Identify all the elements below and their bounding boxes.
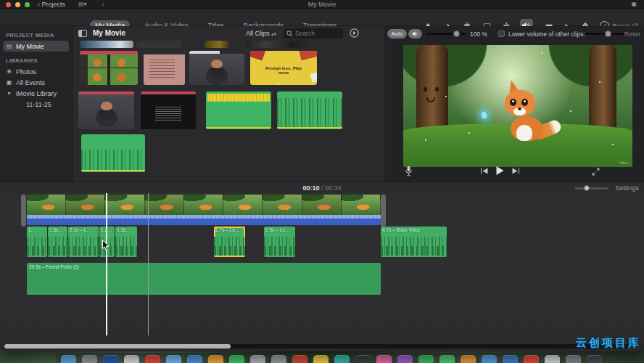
lower-volume-slider-knob[interactable] — [605, 30, 611, 37]
sidebar-toggle-icon[interactable] — [78, 30, 87, 37]
skip-forward-icon — [512, 168, 520, 174]
preview-viewer[interactable]: Veo — [403, 45, 632, 167]
media-thumbnail-strip-gold[interactable] — [205, 41, 229, 48]
audio-clip[interactable]: 2.6s – Lu… — [264, 227, 295, 257]
dock-app-icon[interactable] — [208, 355, 223, 363]
media-thumbnail-notes-doc[interactable] — [144, 51, 185, 85]
dock-app-icon[interactable] — [355, 355, 371, 363]
dock-app-icon[interactable] — [587, 355, 602, 363]
audio-clip[interactable]: 1.3s… — [115, 227, 137, 257]
sidebar-item-all-events[interactable]: ▣All Events — [3, 77, 69, 88]
fullscreen-button[interactable] — [592, 168, 600, 176]
dock-app-icon[interactable] — [461, 355, 476, 363]
audio-clip[interactable]: 1.5s… — [48, 227, 67, 257]
media-thumbnail-terminal[interactable] — [141, 91, 196, 129]
sidebar-item-my-movie[interactable]: ▤My Movie — [3, 41, 69, 52]
clip-label: 1.3s… — [117, 227, 136, 232]
clip-label: 4.7s – Bobo Voice — [382, 227, 446, 232]
background-music-clip[interactable]: 29.5s – Forest Frolic (1) — [27, 263, 381, 295]
media-thumbnail-wave-spikes[interactable] — [277, 91, 342, 129]
timeline[interactable]: 1…1.5s…2.1s – L…1.2…1.3s…2.7s – Lu…2.6s … — [0, 193, 644, 344]
lower-volume-slider[interactable] — [585, 33, 625, 35]
dock-app-icon[interactable] — [376, 355, 392, 363]
media-thumbnail-yellow-slide[interactable]: Prompt less, Play more — [250, 51, 317, 85]
auto-volume-button[interactable]: Auto — [387, 29, 407, 38]
clip-trim-handle-left[interactable] — [21, 195, 26, 227]
dock-app-icon[interactable] — [397, 355, 413, 363]
sidebar-item-11-11-25[interactable]: 11-11-25 — [3, 99, 69, 110]
dock-app-icon[interactable] — [250, 355, 265, 363]
dock-app-icon[interactable] — [82, 355, 97, 363]
dock-app-icon[interactable] — [166, 355, 181, 363]
mute-button[interactable] — [408, 29, 422, 38]
imovie-window: ‹ Projects ▤▾ ↓ My Movie ▣ My MediaAudio… — [0, 0, 644, 351]
minimize-button[interactable] — [15, 2, 20, 7]
record-voiceover-button[interactable] — [405, 166, 413, 176]
timeline-zoom-slider[interactable] — [574, 187, 608, 189]
playhead[interactable] — [106, 193, 107, 335]
audio-clip[interactable]: 1… — [27, 227, 47, 257]
media-thumbnail-webcam-man[interactable] — [189, 51, 244, 85]
dock-app-icon[interactable] — [124, 355, 139, 363]
dock-app-icon[interactable] — [187, 355, 202, 363]
lower-volume-checkbox[interactable] — [498, 30, 505, 37]
download-icon[interactable]: ↓ — [102, 1, 104, 8]
media-thumbnail-strip-blue[interactable] — [80, 41, 133, 48]
dock-app-icon[interactable] — [271, 355, 286, 363]
media-thumbnail-wave-yellow-top[interactable] — [206, 91, 271, 129]
project-media-header: PROJECT MEDIA — [0, 29, 72, 41]
sidebar-item-photos[interactable]: ❀Photos — [3, 66, 69, 77]
filmstrip-frame — [105, 195, 144, 215]
media-thumbnail-fox-grid[interactable] — [80, 51, 138, 85]
dock-app-icon[interactable] — [503, 355, 518, 363]
zoom-button[interactable] — [25, 2, 30, 7]
dock-app-icon[interactable] — [418, 355, 434, 363]
audio-clip[interactable]: 4.7s – Bobo Voice — [381, 227, 447, 257]
projects-back-button[interactable]: ‹ Projects — [38, 1, 65, 8]
import-media-icon[interactable]: ▤▾ — [78, 1, 87, 8]
video-clip-audio-waveform[interactable] — [27, 215, 381, 225]
play-button[interactable] — [495, 166, 505, 176]
dock[interactable] — [55, 353, 614, 363]
dock-app-icon[interactable] — [482, 355, 497, 363]
dock-app-icon[interactable] — [145, 355, 160, 363]
dock-app-icon[interactable] — [313, 355, 329, 363]
volume-slider[interactable] — [426, 33, 466, 35]
clips-filter-dropdown[interactable]: All Clips ▴▾ — [246, 30, 276, 37]
video-clip-filmstrip[interactable] — [27, 195, 381, 215]
dock-app-icon[interactable] — [103, 355, 118, 363]
media-thumbnail-webcam-man-red[interactable] — [78, 91, 134, 129]
audio-clip[interactable]: 2.7s – Lu… — [214, 227, 245, 257]
clip-label: 1… — [28, 227, 46, 232]
media-thumbnail-strip-dark[interactable] — [247, 41, 312, 48]
sidebar-item-label: 11-11-25 — [26, 101, 51, 108]
settings-button[interactable]: Settings — [615, 184, 639, 192]
search-input[interactable] — [295, 28, 340, 38]
next-frame-button[interactable] — [512, 168, 520, 174]
reset-button[interactable]: Reset — [624, 30, 640, 38]
dock-app-icon[interactable] — [229, 355, 244, 363]
libraries-header: LIBRARIES — [0, 54, 72, 66]
media-thumbnail-strip-yellow[interactable] — [136, 41, 181, 48]
dock-app-icon[interactable] — [439, 355, 455, 363]
media-thumbnail-wave-green[interactable] — [81, 134, 145, 172]
close-button[interactable] — [6, 2, 11, 7]
previous-frame-button[interactable] — [480, 168, 488, 174]
dock-app-icon[interactable] — [334, 355, 350, 363]
timeline-scrollbar[interactable] — [4, 344, 629, 348]
timeline-scrollbar-thumb[interactable] — [4, 344, 231, 348]
clip-trim-handle-right[interactable] — [381, 195, 386, 227]
microphone-icon — [405, 166, 413, 176]
volume-slider-knob[interactable] — [453, 30, 460, 37]
filmstrip-frame — [27, 195, 66, 215]
dock-app-icon[interactable] — [292, 355, 307, 363]
share-icon[interactable]: ▣ — [631, 1, 637, 8]
sidebar-item-imovie-library[interactable]: ▾iMovie Library — [3, 88, 69, 99]
filmstrip-play-icon[interactable] — [350, 28, 359, 38]
dock-app-icon[interactable] — [566, 355, 581, 363]
dock-app-icon[interactable] — [524, 355, 539, 363]
dock-app-icon[interactable] — [61, 355, 76, 363]
audio-clip[interactable]: 2.1s – L… — [68, 227, 99, 257]
dock-app-icon[interactable] — [545, 355, 560, 363]
filmstrip-frame — [302, 195, 342, 215]
